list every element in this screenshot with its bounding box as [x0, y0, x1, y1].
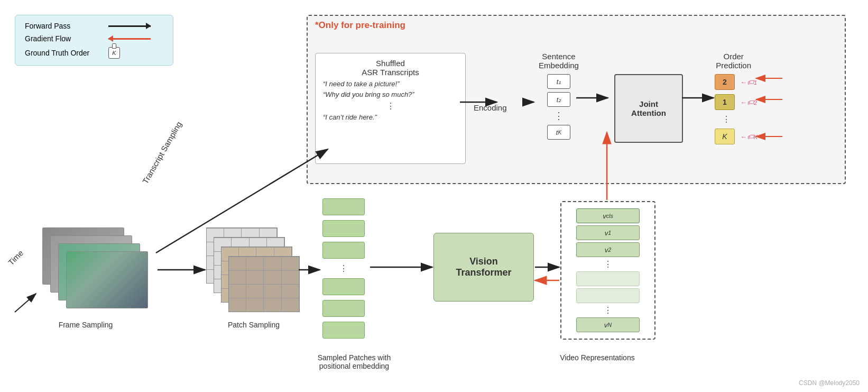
encoding-label: Encoding	[474, 103, 507, 112]
asr-quote2: “Why did you bring so much?”	[323, 90, 458, 98]
forward-arrow-icon	[108, 25, 151, 27]
green-patches-column: ⋮	[322, 198, 365, 339]
vit-label: Vision Transformer	[456, 256, 511, 278]
emb-dots: ⋮	[554, 110, 564, 122]
asr-quote3: “I can’t ride here.”	[323, 113, 458, 121]
pred-row-1: 2 ←🏷1	[715, 74, 758, 90]
legend-forward-label: Forward Pass	[25, 22, 104, 30]
pred-token-1: 1	[715, 94, 735, 110]
pred-row-2: 1 ←🏷2	[715, 94, 758, 110]
green-patch-1	[322, 198, 365, 215]
video-rep-cls: vcls	[576, 208, 640, 223]
green-patch-2	[322, 220, 365, 237]
video-rep-v2: v2	[576, 242, 640, 257]
legend-forward-row: Forward Pass	[25, 22, 163, 30]
gradient-arrow-icon	[108, 38, 151, 40]
green-patch-5	[322, 300, 365, 317]
asr-dots: ⋮	[323, 101, 458, 111]
green-patch-3	[322, 242, 365, 259]
legend-ground-truth-label: Ground Truth Order	[25, 49, 104, 57]
emb-token-1: t₁	[547, 74, 570, 89]
pred-tag-1: ←🏷1	[740, 78, 757, 86]
frame-front	[66, 251, 148, 308]
video-rep-empty2	[576, 288, 640, 303]
video-rep-dots2: ⋮	[566, 305, 650, 315]
green-patch-6	[322, 322, 365, 339]
joint-attention-box: JointAttention	[614, 74, 683, 143]
asr-quote1: “I need to take a picture!”	[323, 80, 458, 88]
legend-box: Forward Pass Gradient Flow Ground Truth …	[15, 15, 173, 66]
pred-token-2: 2	[715, 74, 735, 90]
video-rep-v1: v1	[576, 225, 640, 240]
video-rep-label: Video Representations	[539, 353, 655, 362]
emb-tokens: t₁ t₂ ⋮ tK	[532, 74, 585, 140]
pred-dots: ⋮	[722, 114, 758, 124]
legend-gradient-label: Gradient Flow	[25, 34, 104, 43]
video-rep-empty1	[576, 271, 640, 286]
green-patches-dots: ⋮	[339, 263, 348, 274]
legend-ground-truth-row: Ground Truth Order K	[25, 47, 163, 59]
time-label: Time	[6, 248, 25, 267]
emb-token-2: t₂	[547, 92, 570, 107]
asr-box: Shuffled ASR Transcripts “I need to take…	[315, 53, 466, 164]
pred-tag-k: ←🏷K	[740, 133, 758, 141]
sent-emb-title: Sentence Embedding	[532, 52, 585, 70]
order-pred-tokens: 2 ←🏷1 1 ←🏷2 ⋮ K ←🏷K	[715, 74, 758, 144]
sentence-embedding-section: Sentence Embedding t₁ t₂ ⋮ tK	[532, 52, 585, 140]
pred-row-k: K ←🏷K	[715, 129, 758, 144]
sampled-patches-label: Sampled Patches with positional embeddin…	[301, 353, 407, 370]
emb-token-k: tK	[547, 125, 570, 140]
order-pred-title: Order Prediction	[709, 52, 758, 70]
green-patch-4	[322, 278, 365, 295]
patch-sampling-label: Patch Sampling	[201, 321, 307, 329]
frame-sampling-label: Frame Sampling	[33, 321, 138, 329]
pred-token-k: K	[715, 129, 735, 144]
legend-gradient-row: Gradient Flow	[25, 34, 163, 43]
pred-tag-2: ←🏷2	[740, 98, 757, 106]
ground-truth-tag-icon: K	[108, 47, 120, 59]
pretrain-box: *Only for pre-training Shuffled ASR Tran…	[307, 15, 846, 184]
order-prediction-section: Order Prediction 2 ←🏷1 1 ←🏷2 ⋮ K	[709, 52, 758, 144]
video-rep-vn: vN	[576, 317, 640, 332]
asr-title: Shuffled ASR Transcripts	[323, 59, 458, 77]
joint-attention-label: JointAttention	[631, 99, 666, 117]
watermark: CSDN @Melody2050	[799, 379, 860, 387]
svg-line-3	[15, 294, 36, 312]
video-rep-box: vcls v1 v2 ⋮ ⋮ vN	[560, 201, 655, 340]
pretrain-label: *Only for pre-training	[315, 20, 405, 31]
transcript-sampling-label: Transcript Sampling	[141, 120, 183, 186]
vision-transformer-box: Vision Transformer	[433, 233, 534, 302]
video-rep-dots1: ⋮	[566, 259, 650, 269]
diagram-container: Forward Pass Gradient Flow Ground Truth …	[0, 0, 868, 392]
